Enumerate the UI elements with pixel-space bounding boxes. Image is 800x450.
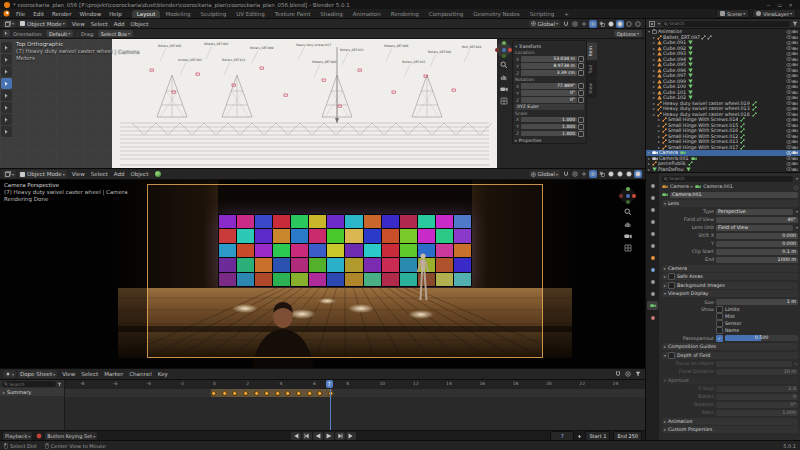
outliner-search-input[interactable]: Search	[662, 21, 790, 27]
custom-properties-panel-header[interactable]: ▸Custom Properties	[662, 426, 798, 433]
workspace-tab-layout[interactable]: Layout	[132, 10, 161, 18]
background-images-checkbox[interactable]	[668, 282, 675, 289]
location-x-field[interactable]: 53.034 m	[521, 56, 577, 62]
workspace-tab-compositing[interactable]: Compositing	[424, 10, 468, 18]
dope-sheet-menu-marker[interactable]: Marker	[101, 371, 126, 377]
safe-areas-panel-header[interactable]: ▸Safe Areas	[662, 273, 798, 280]
lock-icon[interactable]	[578, 70, 584, 76]
blender-menu-icon[interactable]	[2, 10, 10, 18]
disable-render-toggle[interactable]	[792, 112, 798, 117]
viewport-camera-menu-object[interactable]: Object	[127, 171, 151, 177]
passepartout-checkbox[interactable]: ✓	[716, 335, 723, 342]
drag-dropdown[interactable]: Select Box▾	[98, 30, 133, 37]
properties-tab-constraints[interactable]	[647, 289, 658, 298]
rotation-z-field[interactable]: 0°	[521, 97, 577, 103]
disable-render-toggle[interactable]	[792, 84, 798, 89]
lock-icon[interactable]	[578, 90, 584, 96]
disable-render-toggle[interactable]	[792, 29, 798, 34]
dope-sheet-menu-channel[interactable]: Channel	[126, 371, 155, 377]
play-button[interactable]	[324, 432, 334, 440]
shift-x-field[interactable]: 0.000	[716, 233, 798, 239]
lock-icon[interactable]	[578, 124, 584, 130]
measure-tool[interactable]	[1, 126, 12, 137]
close-button[interactable]: ✕	[785, 2, 796, 8]
disable-render-toggle[interactable]	[792, 156, 798, 161]
transform-tool[interactable]	[1, 78, 12, 89]
keyframe-icon[interactable]	[577, 434, 582, 439]
properties-tab-material[interactable]	[647, 313, 658, 322]
composition-guides-panel-header[interactable]: ▸Composition Guides	[662, 343, 798, 350]
shading-wireframe-icon[interactable]	[607, 20, 615, 28]
properties-tab-modifiers[interactable]	[647, 265, 658, 274]
keying-set-dropdown[interactable]: Button Keying Set▾	[45, 432, 97, 440]
animation-panel-header[interactable]: ▸Animation	[662, 418, 798, 425]
dof-checkbox[interactable]	[668, 352, 675, 359]
disable-render-toggle[interactable]	[792, 95, 798, 100]
disable-render-toggle[interactable]	[792, 101, 798, 106]
properties-tab-object-data[interactable]	[647, 301, 658, 310]
mode-selector[interactable]: Object Mode▾	[18, 20, 67, 28]
disable-render-toggle[interactable]	[792, 106, 798, 111]
proportional-edit-icon[interactable]	[571, 20, 579, 28]
data-name-field[interactable]: Camera.001	[670, 192, 798, 198]
shading-wireframe-icon[interactable]	[607, 170, 615, 178]
move-tool[interactable]	[1, 66, 12, 77]
aperture-ratio-field[interactable]: 1.000	[716, 410, 798, 416]
disable-render-toggle[interactable]	[792, 123, 798, 128]
rotation-y-field[interactable]: 0°	[521, 90, 577, 96]
disable-render-toggle[interactable]	[792, 145, 798, 150]
camera-view[interactable]: Camera Perspective (7) Heavy duty swivel…	[0, 180, 645, 369]
transform-panel-header[interactable]: ▾ Transform	[515, 44, 584, 49]
clip-end-field[interactable]: 1000 m	[716, 257, 798, 263]
viewport-top-menu-select[interactable]: Select	[88, 21, 111, 27]
active-tool-icon[interactable]	[3, 30, 10, 37]
workspace-tab-rendering[interactable]: Rendering	[386, 10, 424, 18]
pan-hand-icon[interactable]	[624, 220, 632, 228]
location-y-field[interactable]: 8.9738 m	[521, 63, 577, 69]
breadcrumb-object[interactable]: Camera	[670, 184, 689, 189]
camera-view-icon[interactable]	[624, 232, 632, 240]
lock-icon[interactable]	[578, 97, 584, 103]
next-keyframe-button[interactable]	[335, 432, 345, 440]
snap-magnet-icon[interactable]	[562, 170, 570, 178]
editor-type-button[interactable]: ▾	[3, 370, 16, 378]
dope-sheet-keyframe-area[interactable]	[65, 389, 645, 430]
orientation-dropdown[interactable]: Default▾	[46, 30, 73, 37]
workspace-tab-shading[interactable]: Shading	[315, 10, 347, 18]
dope-sheet-menu-view[interactable]: View	[59, 371, 78, 377]
viewport-camera-menu-select[interactable]: Select	[88, 171, 111, 177]
show-limits-checkbox[interactable]	[716, 306, 723, 313]
camera-frame-border[interactable]	[147, 184, 543, 358]
maximize-button[interactable]: ▭	[774, 2, 785, 8]
navigation-gizmo[interactable]	[496, 42, 511, 57]
navigation-gizmo[interactable]	[620, 188, 635, 203]
viewport-camera-menu-add[interactable]: Add	[111, 171, 128, 177]
fov-field[interactable]: 40°	[716, 217, 798, 223]
scale-tool[interactable]	[1, 102, 12, 113]
options-dropdown[interactable]: Options▾	[614, 30, 642, 37]
disable-render-toggle[interactable]	[792, 62, 798, 67]
rotate-tool[interactable]	[1, 90, 12, 101]
lock-icon[interactable]	[578, 83, 584, 89]
summary-channel[interactable]: ▸Summary	[0, 388, 64, 396]
n-panel-tab-tool[interactable]: Tool	[587, 61, 597, 78]
zoom-icon[interactable]	[500, 61, 508, 69]
play-reverse-button[interactable]	[313, 432, 323, 440]
camera-view-icon[interactable]	[500, 85, 508, 93]
channel-search-input[interactable]: Search	[2, 381, 56, 387]
disable-render-toggle[interactable]	[792, 128, 798, 133]
properties-tab-world[interactable]	[647, 241, 658, 250]
clip-start-field[interactable]: 0.1 m	[716, 249, 798, 255]
aperture-blades-field[interactable]: 0	[716, 394, 798, 400]
annotate-tool[interactable]	[1, 114, 12, 125]
show-name-checkbox[interactable]	[716, 327, 723, 334]
aperture-f-stop-field[interactable]: 2.8	[716, 386, 798, 392]
xray-toggle-icon[interactable]	[598, 20, 606, 28]
previous-keyframe-button[interactable]	[302, 432, 312, 440]
playhead-current-frame[interactable]: 7	[326, 380, 333, 388]
breadcrumb-data[interactable]: Camera.001	[703, 184, 733, 189]
viewport-top-menu-view[interactable]: View	[69, 21, 88, 27]
disable-render-toggle[interactable]	[792, 73, 798, 78]
jump-to-start-button[interactable]	[291, 432, 301, 440]
properties-tab-render[interactable]	[647, 193, 658, 202]
